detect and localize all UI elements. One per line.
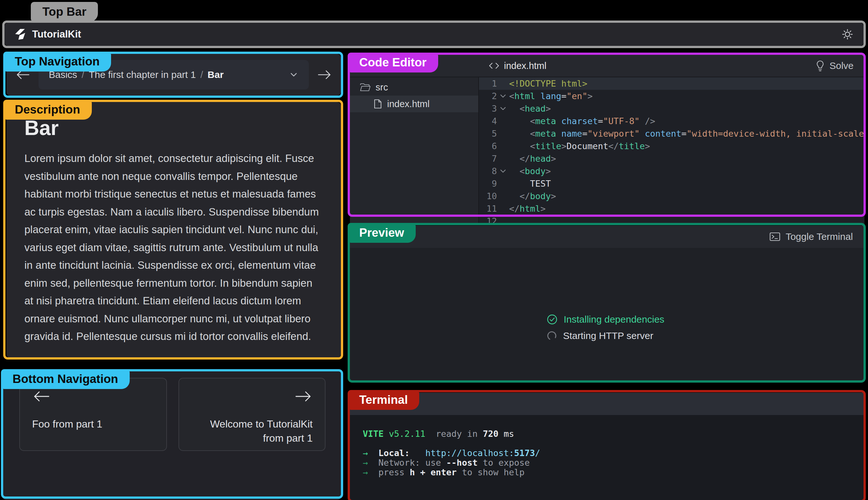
line-number: 7	[479, 154, 497, 163]
line-number: 3	[479, 104, 497, 114]
annotation-label-top-navigation: Top Navigation	[3, 52, 111, 71]
boot-steps: Installing dependencies Starting HTTP se…	[546, 314, 665, 341]
code-line: 12	[479, 215, 865, 224]
code-line: 7 </head>	[479, 152, 865, 165]
brand-title: TutorialKit	[32, 29, 81, 40]
tree-folder-label: src	[376, 82, 388, 93]
theme-toggle-sun-icon[interactable]	[841, 28, 854, 41]
fold-chevron-icon[interactable]	[497, 94, 509, 99]
terminal-icon	[769, 232, 780, 241]
lesson-description-panel: Bar Lorem ipsum dolor sit amet, consecte…	[7, 102, 341, 358]
terminal-output[interactable]: VITE v5.2.11 ready in 720 ms→ Local: htt…	[350, 415, 865, 500]
tree-folder-src[interactable]: src	[350, 79, 478, 95]
code-line: 6 <title>Document</title>	[479, 140, 865, 152]
editor-tab-label: index.html	[504, 61, 546, 71]
code-file-icon	[489, 62, 500, 70]
code-line: 10 </body>	[479, 190, 865, 202]
line-number: 5	[479, 129, 497, 138]
solve-button[interactable]: Solve	[815, 60, 854, 71]
tree-file-label: index.html	[387, 99, 430, 109]
code-line: 8 <body>	[479, 165, 865, 177]
lesson-body-text: Lorem ipsum dolor sit amet, consectetur …	[24, 149, 323, 345]
line-number: 12	[479, 216, 497, 224]
fold-chevron-icon[interactable]	[497, 106, 509, 111]
line-number: 4	[479, 116, 497, 126]
terminal-line: → Local: http://localhost:5173/	[363, 448, 865, 458]
annotation-label-bottom-navigation: Bottom Navigation	[1, 369, 130, 389]
terminal-line	[363, 439, 865, 448]
line-number: 10	[479, 191, 497, 201]
code-line: 5 <meta name="viewport" content="width=d…	[479, 127, 865, 140]
folder-open-icon	[359, 83, 370, 92]
annotation-label-terminal: Terminal	[348, 390, 419, 410]
file-icon	[374, 99, 382, 109]
breadcrumb-separator: /	[200, 69, 203, 80]
nav-forward-arrow-icon[interactable]	[317, 69, 332, 80]
solve-label: Solve	[830, 60, 854, 71]
lightbulb-icon	[815, 60, 825, 71]
chevron-down-icon	[289, 71, 299, 78]
brand: TutorialKit	[14, 28, 81, 41]
terminal-line: → press h + enter to show help	[363, 468, 865, 477]
next-lesson-card[interactable]: Welcome to TutorialKit from part 1	[178, 378, 325, 451]
annotation-label-preview: Preview	[348, 223, 416, 243]
toggle-terminal-button[interactable]: Toggle Terminal	[769, 231, 853, 242]
code-line: 2<html lang="en">	[479, 90, 865, 102]
next-lesson-label: Welcome to TutorialKit from part 1	[191, 417, 313, 445]
tree-file-index-html[interactable]: index.html	[350, 95, 478, 112]
next-arrow-icon	[294, 390, 313, 403]
breadcrumb-segment: Bar	[208, 69, 224, 80]
code-editor-content[interactable]: 1<!DOCTYPE html>2<html lang="en">3 <head…	[478, 77, 865, 224]
terminal-line: VITE v5.2.11 ready in 720 ms	[363, 429, 865, 439]
step-label: Installing dependencies	[564, 314, 665, 325]
code-line: 3 <head>	[479, 102, 865, 115]
step-starting-http-server: Starting HTTP server	[546, 330, 665, 341]
line-number: 9	[479, 179, 497, 189]
annotation-label-top-bar: Top Bar	[31, 2, 98, 22]
terminal-line: → Network: use --host to expose	[363, 458, 865, 468]
step-label: Starting HTTP server	[563, 330, 653, 341]
lesson-title: Bar	[24, 116, 323, 140]
line-number: 8	[479, 166, 497, 176]
fold-chevron-icon[interactable]	[497, 169, 509, 173]
annotation-label-code-editor: Code Editor	[348, 53, 438, 72]
top-bar: TutorialKit	[4, 23, 864, 46]
line-number: 6	[479, 141, 497, 151]
line-number: 1	[479, 79, 497, 89]
prev-arrow-icon	[32, 390, 51, 403]
step-installing-dependencies: Installing dependencies	[546, 314, 665, 325]
code-line: 9 TEST	[479, 177, 865, 190]
toggle-terminal-label: Toggle Terminal	[786, 231, 853, 242]
tutorialkit-app: TutorialKit Basics/The first chapter in …	[0, 0, 868, 500]
tutorialkit-logo-icon	[14, 28, 27, 41]
check-circle-icon	[546, 314, 558, 325]
spinner-icon	[546, 330, 557, 341]
editor-tab-index-html[interactable]: index.html	[489, 61, 546, 71]
preview-header: Toggle Terminal	[350, 226, 865, 248]
code-line: 4 <meta charset="UTF-8" />	[479, 115, 865, 127]
line-number: 11	[479, 204, 497, 214]
terminal-tab-bar	[350, 393, 865, 415]
code-line: 11</html>	[479, 202, 865, 215]
annotation-label-description: Description	[3, 100, 92, 120]
prev-lesson-label: Foo from part 1	[32, 417, 154, 431]
line-number: 2	[479, 91, 497, 101]
code-line: 1<!DOCTYPE html>	[479, 77, 865, 90]
